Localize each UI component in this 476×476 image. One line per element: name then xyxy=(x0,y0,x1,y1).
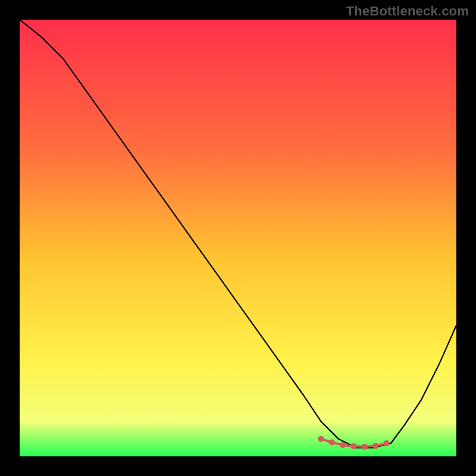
chart-container: TheBottleneck.com xyxy=(0,0,476,476)
optimal-marker xyxy=(340,442,346,448)
optimal-marker xyxy=(318,436,324,442)
optimal-marker xyxy=(329,440,335,446)
optimal-marker xyxy=(372,443,378,449)
optimal-marker xyxy=(362,444,368,450)
gradient-background xyxy=(20,20,456,456)
attribution-label: TheBottleneck.com xyxy=(346,4,469,19)
optimal-marker xyxy=(351,443,357,449)
optimal-marker xyxy=(384,440,390,446)
bottleneck-chart xyxy=(0,0,476,476)
